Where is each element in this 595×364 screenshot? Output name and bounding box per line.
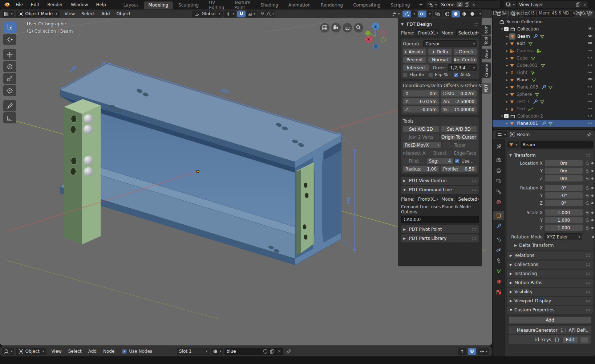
- pin-id-icon[interactable]: [587, 132, 592, 137]
- pdt-percent-field[interactable]: %:34.00000: [441, 106, 477, 113]
- pdt-absolute-button[interactable]: Absolu..: [403, 48, 426, 55]
- viewport-menu-view[interactable]: View: [61, 11, 78, 16]
- pdt-command-input[interactable]: CA0,0,0: [401, 216, 479, 223]
- outliner-row-collection-2[interactable]: ▾✓Collection 2: [493, 113, 595, 120]
- sidebar-tab-view[interactable]: View: [482, 49, 491, 59]
- outliner-row-text[interactable]: ▸Text: [493, 105, 595, 113]
- viewport-menu-add[interactable]: Add: [98, 11, 113, 16]
- lock-open-icon[interactable]: [585, 193, 590, 198]
- visibility-closed-icon[interactable]: [587, 62, 593, 69]
- animate-dot[interactable]: [591, 227, 594, 229]
- transform-value-field[interactable]: 0°: [545, 184, 583, 191]
- overlay-settings-dropdown[interactable]: ▾: [426, 11, 432, 17]
- scene-name-field[interactable]: Scene 2 ×: [439, 1, 501, 8]
- viewport-menu-object[interactable]: Object: [113, 11, 134, 16]
- outliner-row-bolt[interactable]: ▸Bolt: [493, 40, 595, 47]
- workspace-tab-modeling[interactable]: Modeling: [144, 1, 173, 9]
- workspace-tab-rendering[interactable]: Rendering: [316, 1, 348, 9]
- animate-dot[interactable]: [591, 212, 594, 214]
- outliner-row-collection[interactable]: ▾✓Collection: [493, 25, 595, 33]
- tool-measure[interactable]: [3, 112, 16, 123]
- properties-tab-output[interactable]: [493, 166, 504, 175]
- tool-annotate[interactable]: [3, 100, 16, 111]
- pdt-fillet-button[interactable]: Fillet: [403, 158, 425, 164]
- proportional-editing-toggle[interactable]: [260, 11, 265, 17]
- tool-rotate[interactable]: [3, 61, 16, 72]
- pdt-parts-library-header[interactable]: ▶PDT Parts Library: [401, 234, 479, 242]
- topbar-menu-help[interactable]: Help: [92, 2, 110, 7]
- lock-open-icon[interactable]: [585, 218, 590, 222]
- view-layer-copy-icon[interactable]: [575, 2, 581, 7]
- panel-header-motion-paths[interactable]: ▶Motion Paths: [507, 279, 593, 287]
- animate-dot[interactable]: [591, 195, 594, 197]
- animate-dot[interactable]: [591, 177, 594, 180]
- visibility-closed-icon[interactable]: [587, 48, 593, 54]
- node-snap-settings-dropdown[interactable]: ▾: [478, 348, 489, 355]
- workspace-tab-scripting[interactable]: Scripting: [386, 1, 414, 9]
- collection-checkbox[interactable]: ✓: [504, 27, 509, 31]
- pdt-cl-plane-dropdown[interactable]: Front(X..▾: [416, 196, 438, 203]
- outliner-row-plane-003[interactable]: ▸Plane.003: [493, 83, 595, 91]
- visibility-eye-icon[interactable]: [587, 33, 593, 40]
- pdt-percent-button[interactable]: Percent: [403, 56, 426, 63]
- pdt-operation-dropdown[interactable]: Cursor▾: [423, 40, 477, 47]
- shading-rendered-button[interactable]: [468, 11, 477, 17]
- pdt-origin-cursor-button[interactable]: Origin To Cursor: [441, 134, 477, 140]
- tool-move[interactable]: [3, 49, 16, 60]
- editor-type-shader-button[interactable]: ▾: [2, 348, 14, 355]
- animate-dot[interactable]: [591, 170, 594, 172]
- show-overlays-toggle[interactable]: [418, 11, 426, 17]
- snap-settings-dropdown[interactable]: ▾: [246, 11, 257, 17]
- pdt-cl-mode-dropdown[interactable]: Selected▾: [456, 196, 479, 203]
- add-custom-property-button[interactable]: Add: [509, 316, 591, 324]
- view-layer-browse-button[interactable]: ▾: [504, 1, 516, 8]
- properties-tab-constraints[interactable]: [493, 256, 504, 265]
- panel-header-viewport-display[interactable]: ▶Viewport Display: [507, 297, 593, 305]
- workspace-tab-shading[interactable]: Shading: [256, 1, 283, 9]
- pdt-pivot-point-header[interactable]: ▶PDT Pivot Point: [401, 225, 479, 233]
- animate-dot[interactable]: [591, 219, 594, 221]
- properties-tab-material[interactable]: [493, 277, 504, 286]
- pdt-order-dropdown[interactable]: 1,2,3,4▾: [448, 64, 477, 71]
- add-workspace-button[interactable]: +: [416, 2, 426, 7]
- material-browse-button[interactable]: ▾: [211, 348, 223, 355]
- outliner-row-plane-001[interactable]: ▸Plane.001: [493, 120, 595, 127]
- shader-menu-view[interactable]: View: [48, 349, 65, 354]
- sidebar-tab-item[interactable]: Item: [482, 25, 491, 35]
- use-nodes-checkbox[interactable]: ✓: [122, 349, 127, 354]
- blender-logo-icon[interactable]: [3, 1, 10, 8]
- properties-tab-render[interactable]: [493, 155, 504, 165]
- sidebar-tab-tool[interactable]: Tool: [482, 36, 491, 46]
- scene-unlink-icon[interactable]: ×: [472, 2, 475, 7]
- visibility-closed-icon[interactable]: [587, 98, 593, 105]
- pdt-command-line-header[interactable]: ▼PDT Command Line: [401, 186, 479, 194]
- outliner-row-beam[interactable]: ▸Beam: [493, 33, 595, 40]
- visibility-closed-icon[interactable]: [587, 69, 593, 76]
- properties-tab-scene[interactable]: [493, 187, 504, 196]
- pdt-mode-dropdown[interactable]: Selected▾: [456, 29, 479, 36]
- lock-open-icon[interactable]: [585, 210, 590, 215]
- pdt-edge-face-button[interactable]: Edge-Face: [453, 150, 477, 156]
- transform-value-field[interactable]: 0m: [545, 175, 583, 182]
- shader-menu-node[interactable]: Node: [100, 349, 118, 354]
- pdt-distance-field[interactable]: Dista:0.02m: [441, 90, 477, 97]
- pdt-normal-button[interactable]: Normal: [428, 56, 452, 63]
- lock-open-icon[interactable]: [585, 225, 590, 230]
- properties-tab-tool[interactable]: [493, 142, 504, 151]
- shader-menu-add[interactable]: Add: [85, 349, 100, 354]
- scene-browse-button[interactable]: ▾: [426, 1, 438, 8]
- transform-value-field[interactable]: 0°: [545, 200, 583, 206]
- lock-open-icon[interactable]: [585, 161, 590, 165]
- pdt-intersect-button[interactable]: Intersect: [403, 64, 430, 71]
- outliner-row-cube-001[interactable]: ▸Cube.001: [493, 62, 595, 69]
- properties-tab-texture[interactable]: [493, 287, 504, 297]
- scene-copy-icon[interactable]: [464, 2, 470, 7]
- sidebar-tab-pdt[interactable]: PDT: [482, 83, 491, 94]
- lock-open-icon[interactable]: [585, 176, 590, 181]
- pdt-angle-field[interactable]: An:-2.50000: [441, 98, 477, 105]
- lock-open-icon[interactable]: [585, 185, 590, 190]
- workspace-tab-sculpting[interactable]: Sculpting: [174, 1, 203, 9]
- pdt-flip-percent-checkbox[interactable]: [428, 73, 433, 77]
- properties-tab-object-data[interactable]: [493, 266, 504, 276]
- pdt-bisect-button[interactable]: Bisect: [428, 150, 452, 156]
